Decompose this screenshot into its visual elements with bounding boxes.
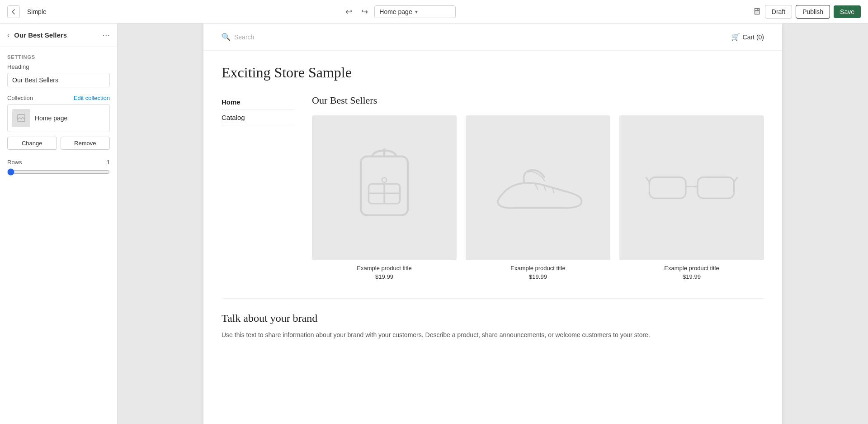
back-icon[interactable] bbox=[7, 5, 20, 18]
save-button[interactable]: Save bbox=[834, 5, 861, 18]
product-card: Example product title $19.99 bbox=[619, 115, 764, 280]
search-placeholder: Search bbox=[234, 33, 254, 41]
page-selector[interactable]: Home page ▾ bbox=[374, 5, 456, 18]
collection-preview: Home page bbox=[7, 104, 110, 132]
change-button[interactable]: Change bbox=[7, 137, 57, 150]
draft-button[interactable]: Draft bbox=[765, 5, 792, 19]
edit-collection-link[interactable]: Edit collection bbox=[74, 95, 110, 101]
cart-icon: 🛒 bbox=[731, 33, 740, 41]
collection-buttons: Change Remove bbox=[7, 137, 110, 150]
brand-text: Use this text to share information about… bbox=[222, 330, 764, 340]
undo-button[interactable]: ↩ bbox=[343, 5, 355, 19]
collection-label: Collection bbox=[7, 95, 33, 101]
collection-row: Collection Edit collection bbox=[7, 95, 110, 101]
topbar: Simple ↩ ↪ Home page ▾ 🖥 Draft Publish S… bbox=[0, 0, 868, 24]
monitor-icon[interactable]: 🖥 bbox=[752, 6, 761, 17]
product-image-glasses bbox=[619, 115, 764, 260]
nav-item-catalog[interactable]: Catalog bbox=[222, 110, 294, 125]
nav-item-home[interactable]: Home bbox=[222, 95, 294, 110]
sidebar-title: Our Best Sellers bbox=[14, 31, 67, 39]
rows-slider[interactable] bbox=[7, 168, 110, 176]
products-grid: Example product title $19.99 bbox=[312, 115, 764, 280]
collection-name: Home page bbox=[35, 114, 67, 122]
chevron-down-icon: ▾ bbox=[415, 9, 418, 15]
topbar-left: Simple bbox=[7, 5, 47, 18]
heading-label: Heading bbox=[7, 63, 110, 70]
product-title-1: Example product title bbox=[357, 265, 411, 272]
rows-row: Rows 1 bbox=[7, 159, 110, 166]
rows-label: Rows bbox=[7, 159, 22, 166]
sidebar: ‹ Our Best Sellers ··· SETTINGS Heading … bbox=[0, 24, 118, 424]
nav-products-row: Home Catalog Our Best Sellers bbox=[222, 95, 764, 280]
sidebar-header-left: ‹ Our Best Sellers bbox=[7, 31, 67, 39]
product-price-2: $19.99 bbox=[529, 273, 547, 280]
product-title-3: Example product title bbox=[664, 265, 719, 272]
settings-group: Heading Collection Edit collection Home … bbox=[0, 63, 117, 177]
store-name: Simple bbox=[27, 8, 47, 15]
product-image-backpack bbox=[312, 115, 457, 260]
search-icon: 🔍 bbox=[222, 33, 231, 41]
product-card: Example product title $19.99 bbox=[312, 115, 457, 280]
collection-thumb bbox=[12, 109, 30, 127]
product-title-2: Example product title bbox=[510, 265, 565, 272]
redo-button[interactable]: ↪ bbox=[359, 5, 371, 19]
publish-button[interactable]: Publish bbox=[796, 5, 830, 19]
cart-area: 🛒 Cart (0) bbox=[731, 33, 764, 41]
svg-line-14 bbox=[734, 177, 738, 182]
store-nav: Home Catalog bbox=[222, 95, 294, 280]
product-image-shoe bbox=[466, 115, 610, 260]
store-header: 🔍 Search 🛒 Cart (0) bbox=[203, 24, 782, 51]
store-content: Exciting Store Sample Home Catalog Our B… bbox=[203, 51, 782, 353]
brand-heading: Talk about your brand bbox=[222, 312, 764, 324]
cart-label: Cart (0) bbox=[743, 33, 764, 41]
remove-button[interactable]: Remove bbox=[61, 137, 110, 150]
page-selector-value: Home page bbox=[379, 8, 412, 15]
preview-frame: 🔍 Search 🛒 Cart (0) Exciting Store Sampl… bbox=[203, 24, 782, 424]
sidebar-header: ‹ Our Best Sellers ··· bbox=[0, 24, 117, 47]
topbar-center: ↩ ↪ Home page ▾ bbox=[343, 5, 456, 19]
product-card: Example product title $19.99 bbox=[466, 115, 610, 280]
sidebar-more-button[interactable]: ··· bbox=[102, 30, 110, 40]
settings-section-label: SETTINGS bbox=[0, 47, 117, 63]
svg-rect-10 bbox=[649, 177, 686, 199]
heading-input[interactable] bbox=[7, 73, 110, 87]
topbar-right: 🖥 Draft Publish Save bbox=[752, 5, 861, 19]
svg-line-13 bbox=[646, 177, 650, 182]
sidebar-back-icon[interactable]: ‹ bbox=[7, 31, 9, 39]
store-brand-title: Exciting Store Sample bbox=[222, 64, 764, 81]
store-search: 🔍 Search bbox=[222, 33, 254, 41]
svg-rect-11 bbox=[698, 177, 734, 199]
sidebar-scroll: SETTINGS Heading Collection Edit collect… bbox=[0, 47, 117, 424]
rows-value: 1 bbox=[107, 159, 110, 166]
products-heading: Our Best Sellers bbox=[312, 95, 764, 106]
preview-area: 🔍 Search 🛒 Cart (0) Exciting Store Sampl… bbox=[118, 24, 868, 424]
product-price-3: $19.99 bbox=[683, 273, 701, 280]
products-section: Our Best Sellers bbox=[312, 95, 764, 280]
svg-point-6 bbox=[382, 177, 387, 182]
product-price-1: $19.99 bbox=[375, 273, 393, 280]
main-layout: ‹ Our Best Sellers ··· SETTINGS Heading … bbox=[0, 24, 868, 424]
brand-section: Talk about your brand Use this text to s… bbox=[222, 298, 764, 340]
